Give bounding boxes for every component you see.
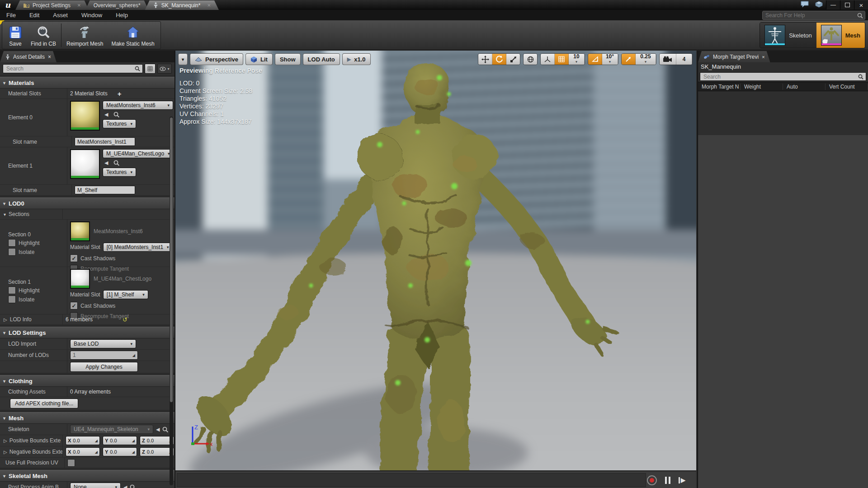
close-icon[interactable]: ×	[77, 2, 81, 9]
materials-header[interactable]: ▾ Materials	[0, 77, 175, 89]
lod0-header[interactable]: ▾ LOD0	[0, 197, 175, 209]
browse-icon[interactable]	[113, 160, 119, 166]
material-thumbnail[interactable]	[70, 149, 100, 179]
rotation-snap-toggle[interactable]	[588, 54, 602, 65]
sections-row[interactable]: ▾ Sections	[0, 209, 175, 220]
add-apex-button[interactable]: Add APEX clothing file...	[10, 399, 78, 408]
close-icon[interactable]: ×	[762, 54, 764, 60]
section-material-thumbnail[interactable]	[70, 221, 90, 241]
reset-to-default-icon[interactable]: ↺	[123, 316, 127, 323]
bounds-y-field[interactable]: Y0.0◢	[103, 436, 137, 445]
add-slot-icon[interactable]: +	[118, 90, 122, 98]
expander-icon[interactable]: ▷	[4, 450, 7, 455]
tab-sk-mannequin[interactable]: SK_Mannequin* ×	[145, 0, 219, 10]
browse-icon[interactable]	[130, 484, 136, 488]
close-button[interactable]: ×	[854, 0, 868, 9]
view-options-button[interactable]: ▾	[157, 64, 172, 74]
world-local-toggle[interactable]	[524, 54, 537, 65]
grid-axis-menu[interactable]	[541, 54, 555, 65]
bounds-x-field[interactable]: X0.0◢	[66, 436, 100, 445]
full-precision-checkbox[interactable]	[67, 459, 75, 467]
expander-icon[interactable]: ▷	[4, 438, 7, 443]
slot-name-input[interactable]	[75, 186, 135, 194]
lod-import-select[interactable]: Base LOD ▾	[70, 339, 136, 348]
pause-button[interactable]	[665, 477, 670, 484]
lod-settings-header[interactable]: ▾ LOD Settings	[0, 327, 175, 338]
morph-table-body[interactable]	[698, 135, 868, 488]
post-process-select[interactable]: None ▾	[70, 483, 121, 488]
isolate-checkbox[interactable]	[8, 296, 16, 303]
lit-button[interactable]: Lit	[245, 53, 273, 65]
slot-name-input[interactable]	[75, 137, 135, 146]
record-button[interactable]	[647, 475, 657, 485]
column-weight[interactable]: Weight	[741, 84, 783, 90]
details-scrollbar[interactable]	[170, 117, 173, 485]
material-select[interactable]: M_UE4Man_ChestLogo ▾	[103, 149, 173, 158]
isolate-checkbox[interactable]	[8, 248, 16, 256]
scale-snap-toggle[interactable]	[622, 54, 636, 65]
display-options-button[interactable]	[145, 64, 156, 74]
morph-search-box[interactable]	[700, 72, 866, 81]
scale-snap-value[interactable]: 0.25▾	[636, 54, 656, 65]
grid-snap-value[interactable]: 10▾	[569, 54, 585, 65]
section-material-thumbnail[interactable]	[70, 269, 90, 289]
browse-icon[interactable]	[162, 427, 168, 432]
clothing-header[interactable]: ▾ Clothing	[0, 375, 175, 387]
lod-auto-button[interactable]: LOD Auto	[303, 53, 340, 65]
skeletal-mesh-header[interactable]: ▾ Skeletal Mesh	[0, 470, 175, 482]
grid-snap-toggle[interactable]	[555, 54, 569, 65]
restore-button[interactable]	[840, 0, 854, 9]
menu-edit[interactable]: Edit	[29, 12, 39, 19]
material-slot-select[interactable]: [1] M_Shelf ▾	[103, 290, 148, 299]
menu-file[interactable]: File	[6, 12, 16, 19]
column-auto[interactable]: Auto	[783, 84, 826, 90]
camera-speed-value[interactable]: 4	[676, 54, 692, 65]
scrollbar-thumb[interactable]	[170, 117, 173, 402]
mesh-mode-button[interactable]: Mesh	[816, 23, 865, 48]
perspective-button[interactable]: Perspective	[190, 53, 243, 65]
rotate-tool-button[interactable]	[492, 54, 506, 65]
bounds-z-field[interactable]: Z0.0◢	[140, 436, 174, 445]
timeline-scrubber[interactable]	[177, 473, 646, 487]
cast-shadows-checkbox[interactable]: ✓	[70, 302, 78, 310]
save-button[interactable]: Save	[4, 22, 27, 49]
step-forward-button[interactable]: ▶	[679, 477, 685, 483]
bounds-x-field[interactable]: X0.0◢	[66, 447, 100, 456]
highlight-checkbox[interactable]	[8, 239, 16, 247]
material-thumbnail[interactable]	[70, 101, 100, 131]
rotation-snap-value[interactable]: 10°▾	[602, 54, 618, 65]
use-selected-icon[interactable]: ◀	[156, 427, 160, 432]
morph-search-input[interactable]	[703, 73, 858, 80]
morph-target-tab[interactable]: Morph Target Previ ×	[698, 51, 770, 62]
use-selected-icon[interactable]: ◀	[104, 160, 108, 166]
use-selected-icon[interactable]: ◀	[123, 484, 127, 488]
tab-overview-spheres[interactable]: Overview_spheres*	[85, 0, 149, 10]
details-search-box[interactable]	[3, 64, 143, 73]
expander-icon[interactable]: ▷	[4, 317, 7, 322]
tab-project-settings[interactable]: Project Settings ×	[15, 0, 89, 10]
show-button[interactable]: Show	[275, 53, 301, 65]
mesh-header[interactable]: ▾ Mesh	[0, 412, 175, 424]
asset-details-tab[interactable]: Asset Details ×	[0, 51, 57, 62]
textures-dropdown[interactable]: Textures ▾	[103, 168, 136, 177]
browse-icon[interactable]	[113, 112, 119, 117]
skeletal-mesh-character[interactable]	[175, 51, 696, 470]
details-search-input[interactable]	[5, 65, 135, 72]
help-search-input[interactable]	[764, 12, 857, 19]
bounds-z-field[interactable]: Z0.0◢	[140, 447, 174, 456]
column-morph-target-name[interactable]: Morph Target N	[698, 84, 741, 90]
apply-changes-button[interactable]: Apply Changes	[70, 362, 138, 372]
playback-speed-button[interactable]: ▶ x1.0	[342, 53, 371, 65]
viewport-options-button[interactable]: ▾	[178, 53, 188, 65]
minimize-button[interactable]: —	[826, 0, 840, 9]
highlight-checkbox[interactable]	[8, 286, 16, 294]
preview-viewport[interactable]: ▾ Perspective Lit Show LOD Auto ▶ x1.0	[175, 51, 696, 470]
material-select[interactable]: MeatMonsters_Inst6 ▾	[103, 101, 173, 110]
bounds-y-field[interactable]: Y0.0◢	[103, 447, 137, 456]
close-icon[interactable]: ×	[207, 2, 211, 9]
translate-tool-button[interactable]	[478, 54, 492, 65]
help-search-box[interactable]	[762, 11, 865, 20]
reimport-mesh-button[interactable]: Reimport Mesh	[62, 22, 107, 49]
skeleton-select[interactable]: UE4_Mannequin_Skeleton ▾	[70, 425, 153, 434]
cast-shadows-checkbox[interactable]: ✓	[70, 254, 78, 262]
